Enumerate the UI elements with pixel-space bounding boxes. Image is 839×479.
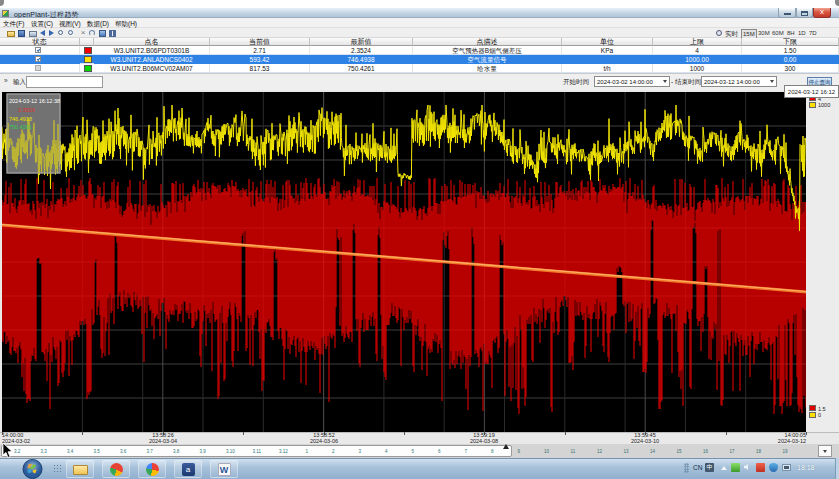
- svg-text:750.4261: 750.4261: [9, 124, 32, 130]
- svg-text:746.4938: 746.4938: [9, 116, 32, 122]
- svg-text:2024-03-12 16:12:38: 2024-03-12 16:12:38: [9, 98, 60, 104]
- svg-text:2.3524: 2.3524: [18, 107, 35, 113]
